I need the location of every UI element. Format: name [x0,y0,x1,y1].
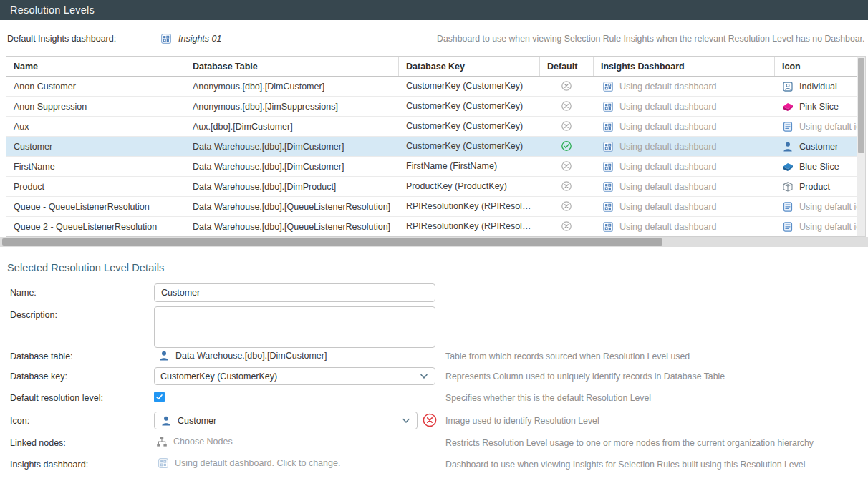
default-resolution-level-label: Default resolution level: [10,393,103,403]
pink-slice-icon [782,101,794,112]
cell-database-key: RPIResolutionKey (RPIResolutionKey) [399,197,540,216]
cell-icon: Individual [775,77,857,96]
default-insights-dashboard-value[interactable]: Insights 01 [160,31,221,46]
cell-icon: Pink Slice [775,97,857,116]
cell-name: Anon Suppression [6,97,185,116]
not-default-icon [561,180,574,193]
icon-label-text: Blue Slice [799,162,839,172]
icon-label-text: Using default icon [799,202,857,212]
description-input[interactable] [154,306,435,348]
table-row[interactable]: Anon SuppressionAnonymous.[dbo].[JimSupp… [6,97,857,117]
cell-name: Queue 2 - QueueListenerResolution [6,217,185,236]
cell-icon: Product [775,177,857,196]
not-default-icon [561,120,574,133]
vertical-scrollbar-thumb[interactable] [858,58,864,153]
cell-database-table: Anonymous.[dbo].[DimCustomer] [185,77,399,96]
insights-dashboard-text: Using default dashboard [619,162,717,172]
cell-name: FirstName [6,157,185,176]
nodes-icon [156,436,168,447]
cell-database-table: Aux.[dbo].[DimCustomer] [185,117,399,136]
cell-default [540,117,594,136]
column-header-insights-dashboard[interactable]: Insights Dashboard [594,57,775,76]
cell-database-key: FirstName (FirstName) [399,157,540,176]
cell-default [540,177,594,196]
document-icon [782,201,794,213]
resolution-levels-screen: Resolution Levels Default Insights dashb… [0,0,868,481]
remove-icon-button[interactable] [422,412,438,428]
icon-select-value: Customer [178,416,397,426]
cell-insights-dashboard: Using default dashboard [594,117,775,136]
insights-dashboard-label: Insights dashboard: [10,460,88,470]
resolution-levels-table: NameDatabase TableDatabase KeyDefaultIns… [6,56,857,237]
insights-dashboard-text: Using default dashboard [619,122,717,132]
choose-nodes-button[interactable]: Choose Nodes [156,436,233,447]
cell-default [540,197,594,216]
cell-default [540,157,594,176]
database-table-hint: Table from which records sourced when Re… [445,351,690,361]
horizontal-scrollbar-thumb[interactable] [2,238,662,246]
column-header-icon[interactable]: Icon [775,57,857,76]
default-insights-dashboard-label: Default Insights dashboard: [7,34,116,44]
default-check-icon [561,140,574,153]
cell-icon: Using default icon [775,197,857,216]
database-table-value: Data Warehouse.[dbo].[DimCustomer] [158,350,327,361]
insights-dashboard-text: Using default dashboard [619,102,717,112]
dashboard-icon [602,221,614,233]
name-input[interactable] [154,283,435,302]
column-header-default[interactable]: Default [540,57,594,76]
document-icon [782,121,794,132]
vertical-scrollbar[interactable] [857,56,866,237]
horizontal-scrollbar[interactable] [0,237,868,247]
column-header-database-key[interactable]: Database Key [399,57,540,76]
table-header: NameDatabase TableDatabase KeyDefaultIns… [6,57,857,77]
dashboard-icon [602,81,614,92]
page-title-bar: Resolution Levels [0,0,868,20]
table-row[interactable]: ProductData Warehouse.[dbo].[DimProduct]… [6,177,857,197]
cell-name: Aux [6,117,185,136]
choose-nodes-text: Choose Nodes [173,437,233,447]
database-table-label: Database table: [10,351,73,361]
linked-nodes-label: Linked nodes: [10,438,66,448]
default-resolution-level-hint: Specifies whether this is the default Re… [445,393,651,403]
cell-default [540,97,594,116]
cell-insights-dashboard: Using default dashboard [594,157,775,176]
insights-dashboard-hint: Dashboard to use when viewing Insights f… [445,460,805,470]
cell-insights-dashboard: Using default dashboard [594,77,775,96]
icon-select[interactable]: Customer [154,412,418,429]
table-row[interactable]: CustomerData Warehouse.[dbo].[DimCustome… [6,137,857,157]
cell-database-key: ProductKey (ProductKey) [399,177,540,196]
column-header-database-table[interactable]: Database Table [185,57,399,76]
dashboard-icon [160,33,172,44]
insights-dashboard-text: Using default dashboard [619,182,717,192]
table-row[interactable]: Queue - QueueListenerResolutionData Ware… [6,197,857,217]
icon-label-text: Using default icon [799,222,857,232]
cell-database-key: CustomerKey (CustomerKey) [399,97,540,116]
icon-label-text: Using default icon [799,122,857,132]
chevron-down-icon [419,371,429,382]
cell-database-key: CustomerKey (CustomerKey) [399,137,540,156]
insights-dashboard-text: Using default dashboard [619,142,717,152]
dashboard-icon [602,161,614,173]
default-dashboard-name: Insights 01 [178,34,221,44]
not-default-icon [561,220,574,233]
section-heading: Selected Resolution Level Details [7,262,164,273]
dashboard-icon [602,181,614,193]
cell-default [540,137,594,156]
not-default-icon [561,160,574,173]
cell-icon: Customer [775,137,857,156]
table-body: Anon CustomerAnonymous.[dbo].[DimCustome… [6,77,857,237]
blue-slice-icon [782,161,794,173]
cell-database-table: Data Warehouse.[dbo].[DimCustomer] [185,157,399,176]
insights-dashboard-button[interactable]: Using default dashboard. Click to change… [158,457,340,469]
table-row[interactable]: Anon CustomerAnonymous.[dbo].[DimCustome… [6,77,857,97]
table-row[interactable]: Queue 2 - QueueListenerResolutionData Wa… [6,217,857,237]
table-row[interactable]: AuxAux.[dbo].[DimCustomer]CustomerKey (C… [6,117,857,137]
column-header-name[interactable]: Name [6,57,185,76]
cell-database-table: Data Warehouse.[dbo].[DimCustomer] [185,137,399,156]
default-resolution-level-checkbox[interactable] [154,392,165,402]
database-key-select[interactable]: CustomerKey (CustomerKey) [154,367,435,385]
table-row[interactable]: FirstNameData Warehouse.[dbo].[DimCustom… [6,157,857,177]
insights-dashboard-text: Using default dashboard [619,222,717,232]
icon-label-text: Product [799,182,830,192]
icon-label-text: Customer [799,142,838,152]
